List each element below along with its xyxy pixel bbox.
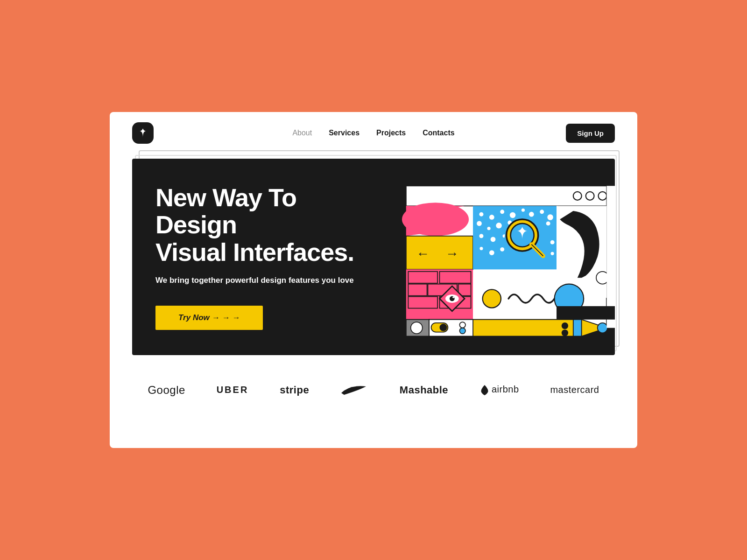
brand-airbnb: airbnb [479,384,519,396]
svg-point-26 [546,221,550,225]
navbar: About Services Projects Contacts Sign Up [110,112,637,154]
svg-point-6 [402,203,469,236]
brands-bar: Google UBER stripe Mashable airbnb maste… [110,369,637,415]
brand-nike [340,382,368,398]
brand-uber: UBER [217,385,249,395]
brand-stripe: stripe [280,384,309,396]
try-now-button[interactable]: Try Now → → → [155,306,263,330]
svg-point-36 [489,250,494,255]
hero-card: New Way To Design Visual Interfaces. We … [132,159,615,355]
svg-point-11 [479,212,483,217]
hero-subtitle: We bring together powerful design featur… [155,276,374,285]
svg-point-12 [489,215,494,220]
nav-about[interactable]: About [292,129,312,137]
svg-point-79 [561,329,568,336]
svg-point-63 [482,289,500,308]
svg-point-19 [477,221,482,226]
svg-point-61 [452,296,454,298]
svg-point-21 [496,223,502,229]
svg-text:←: ← [416,246,430,261]
svg-point-15 [521,209,525,212]
nav-contacts[interactable]: Contacts [423,129,454,137]
svg-point-67 [410,322,422,334]
brand-google: Google [148,384,185,397]
nav-services[interactable]: Services [329,129,359,137]
nav-links: About Services Projects Contacts [292,129,454,137]
svg-point-27 [479,234,483,238]
svg-point-77 [459,328,465,334]
svg-text:→: → [445,246,459,261]
svg-point-16 [529,212,534,217]
svg-point-75 [439,324,447,331]
brand-mashable: Mashable [400,384,448,396]
svg-point-20 [487,227,490,230]
svg-point-14 [510,212,516,218]
svg-rect-51 [408,272,437,283]
browser-window: About Services Projects Contacts Sign Up… [110,112,637,448]
hero-illustration: ← → [398,159,615,355]
svg-point-72 [597,323,607,333]
svg-point-35 [479,247,483,250]
svg-rect-81 [557,306,615,320]
brand-mastercard: mastercard [550,385,599,395]
hero-text-area: New Way To Design Visual Interfaces. We … [132,159,398,355]
svg-rect-56 [408,296,437,308]
svg-rect-52 [439,272,471,283]
svg-point-37 [500,247,504,252]
svg-point-78 [561,322,568,329]
logo[interactable] [132,122,154,144]
svg-point-18 [547,214,553,220]
svg-point-17 [540,210,544,214]
nav-projects[interactable]: Projects [376,129,406,137]
hero-section: New Way To Design Visual Interfaces. We … [132,159,615,355]
svg-point-42 [550,252,554,255]
svg-point-34 [550,240,554,245]
svg-point-28 [490,237,495,242]
svg-point-13 [500,210,504,214]
svg-rect-53 [408,284,427,296]
signup-button[interactable]: Sign Up [566,124,615,143]
hero-title: New Way To Design Visual Interfaces. [155,184,374,266]
